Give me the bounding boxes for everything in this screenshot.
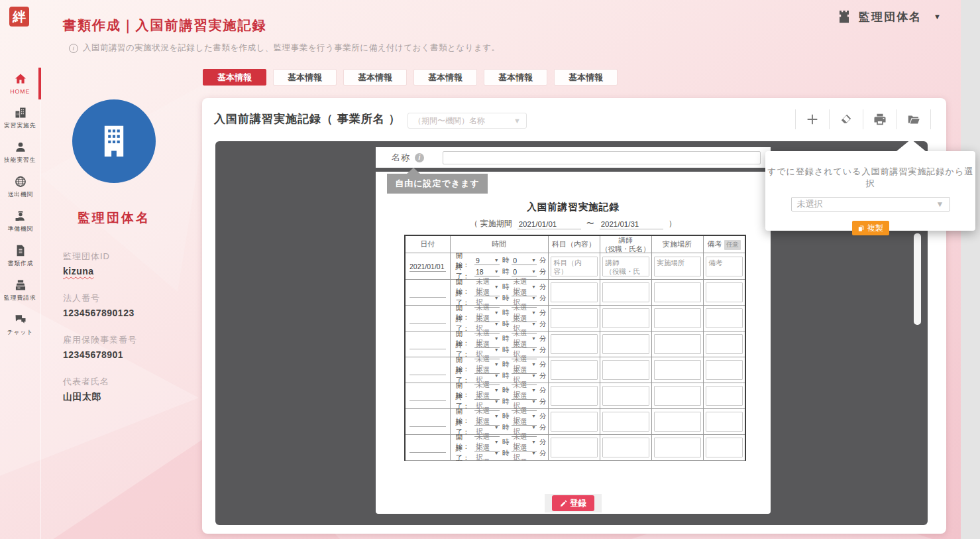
subject-textarea[interactable] [551,412,598,432]
tab-basic-info-6[interactable]: 基本情報 [554,69,618,86]
chevron-down-icon: ▼ [531,425,536,430]
person-icon [14,141,27,154]
start-min-select[interactable]: 0▼ [512,257,537,265]
chat-icon [14,313,27,326]
note-textarea[interactable]: 備考 [706,257,743,276]
clear-button[interactable] [830,112,863,127]
chevron-down-icon: ▼ [531,269,536,274]
sidebar-item-prep-org[interactable]: 準備機関 [0,204,40,239]
date-input[interactable] [409,339,446,349]
col-header-date: 日付 [405,235,450,253]
period-end-input[interactable]: 2021/01/31 [600,220,663,229]
open-saved-records-button[interactable] [897,112,930,127]
place-textarea[interactable] [654,386,701,406]
lecturer-textarea[interactable] [602,282,649,302]
table-row: 開始： 未選択▼ 時 未選択▼ 分 終了： 未選択▼ 時 未選択▼ 分 [405,331,745,357]
date-input[interactable] [409,390,446,401]
note-textarea[interactable] [706,386,743,406]
date-input[interactable] [409,287,446,298]
print-button[interactable] [863,112,897,127]
org-name: 監理団体名 [55,210,173,227]
tab-basic-info-3[interactable]: 基本情報 [343,69,407,86]
chevron-down-icon: ▼ [494,373,499,378]
end-min-select[interactable]: 0▼ [512,268,537,276]
tab-basic-info-4[interactable]: 基本情報 [413,69,477,86]
page-scrollbar-track[interactable] [961,0,980,539]
start-hour-select[interactable]: 未選択▼ [474,458,500,461]
period-start-input[interactable]: 2021/01/01 [517,220,581,229]
sidebar-item-home[interactable]: HOME [0,66,40,101]
card-title: 入国前講習実施記録（ 事業所名 ） [214,111,400,127]
register-button[interactable]: 登録 [552,495,594,511]
home-icon [14,72,27,86]
tab-basic-info-1[interactable]: 基本情報 [203,69,266,86]
sidebar-item-training-sites[interactable]: 実習実施先 [0,101,40,135]
tab-basic-info-2[interactable]: 基本情報 [273,69,337,86]
name-info-icon[interactable]: i [415,153,424,162]
name-bar: 名称 i [376,147,771,168]
date-input[interactable] [409,442,446,453]
record-table: 日付 時間 科目（内容） 講師 （役職・氏名） 実施場所 備考任意 2021/0… [404,235,746,461]
sidebar-item-trainees[interactable]: 技能実習生 [0,135,40,170]
account-menu[interactable]: 監理団体名 ▼ [836,9,941,25]
sidebar-item-billing[interactable]: 監理費請求 [0,273,40,308]
saved-record-select[interactable]: 未選択 ▼ [791,197,950,211]
place-textarea[interactable]: 実施場所 [654,257,701,276]
chevron-down-icon: ▼ [936,200,944,209]
date-input[interactable] [409,313,446,324]
lecturer-textarea[interactable] [602,438,649,457]
subject-textarea[interactable] [551,386,598,406]
folder-open-icon [906,112,921,127]
viewer-scrollbar-thumb[interactable] [914,233,921,325]
subject-textarea[interactable] [551,360,598,380]
note-textarea[interactable] [706,282,743,302]
tab-basic-info-5[interactable]: 基本情報 [484,69,547,86]
lecturer-textarea[interactable] [602,360,649,380]
note-textarea[interactable] [706,308,743,328]
subject-textarea[interactable] [551,282,598,302]
date-input[interactable]: 2021/01/01 [409,261,446,272]
note-textarea[interactable] [706,438,743,457]
place-textarea[interactable] [654,334,701,354]
duplicate-button[interactable]: 複製 [852,221,889,235]
end-hour-select[interactable]: 18▼ [474,268,500,276]
note-textarea[interactable] [706,412,743,432]
record-period-select[interactable]: （期間〜機関）名称 ▼ [408,113,527,129]
chevron-down-icon: ▼ [494,451,499,455]
sidebar-item-sending-org[interactable]: 送出機関 [0,170,40,204]
lecturer-textarea[interactable] [602,308,649,328]
col-header-subject: 科目（内容） [548,235,600,253]
lecturer-textarea[interactable] [602,334,649,354]
place-textarea[interactable] [654,282,701,302]
chevron-down-icon: ▼ [494,296,499,300]
submit-area: 登録 [545,494,602,512]
start-min-select[interactable]: 未選択▼ [512,458,537,461]
note-textarea[interactable] [706,360,743,380]
lecturer-textarea[interactable] [602,412,649,432]
org-panel: 監理団体名 監理団体ID kizuna 法人番号 1234567890123 雇… [55,98,173,403]
name-input[interactable] [443,151,761,164]
subject-textarea[interactable] [551,308,598,328]
date-input[interactable] [409,416,446,427]
note-textarea[interactable] [706,334,743,354]
chevron-down-icon: ▼ [494,258,499,263]
place-textarea[interactable] [654,360,701,380]
table-row: 開始： 未選択▼ 時 未選択▼ 分 終了： 未選択▼ 時 未選択▼ 分 [405,409,745,435]
date-input[interactable] [409,365,446,375]
sidebar-item-chat[interactable]: チャット [0,308,40,342]
lecturer-textarea[interactable] [602,386,649,406]
start-hour-select[interactable]: 9▼ [474,257,500,265]
billing-icon [14,278,27,292]
sidebar-item-doc-create[interactable]: 書類作成 [0,239,40,273]
add-record-button[interactable] [796,112,829,127]
page: 絆 書類作成｜入国前講習実施記録 i 入国前講習の実施状況を記録した書類を作成し… [0,0,980,539]
chevron-down-icon: ▼ [531,399,536,404]
subject-textarea[interactable] [551,438,598,457]
subject-textarea[interactable] [551,334,598,354]
place-textarea[interactable] [654,438,701,457]
lecturer-textarea[interactable]: 講師 （役職・氏名） [602,257,649,276]
subject-textarea[interactable]: 科目（内容） [551,257,598,276]
col-header-lecturer: 講師 （役職・氏名） [600,235,651,253]
place-textarea[interactable] [654,308,701,328]
place-textarea[interactable] [654,412,701,432]
